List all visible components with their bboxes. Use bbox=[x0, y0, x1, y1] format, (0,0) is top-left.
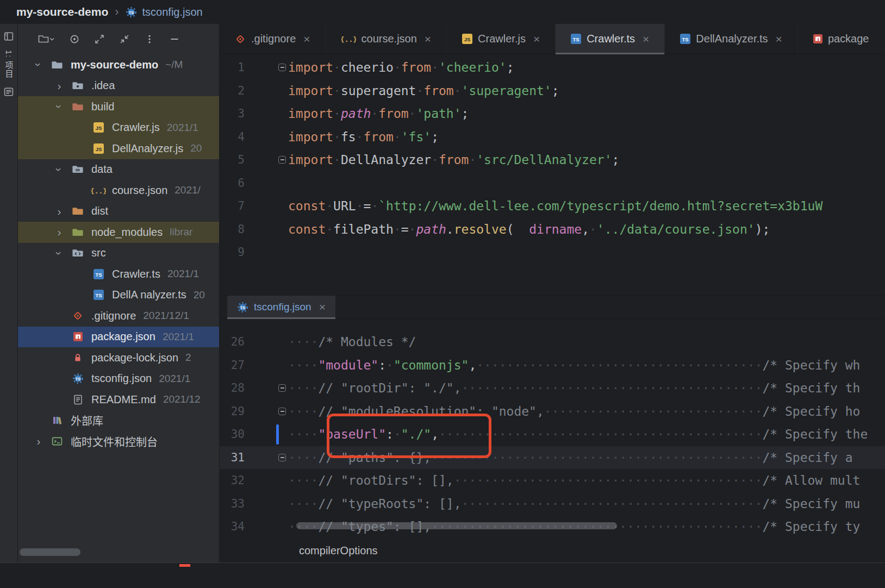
folder-build-icon bbox=[69, 102, 86, 111]
breadcrumb-project[interactable]: my-source-demo bbox=[16, 5, 108, 18]
breadcrumb-file[interactable]: tsconfig.json bbox=[142, 6, 203, 18]
tree-item-label: my-source-demo bbox=[71, 59, 158, 71]
code-line[interactable]: 32····// "rootDirs": [],················… bbox=[220, 469, 885, 492]
code-line[interactable]: 29····// "moduleResolution": "node",····… bbox=[220, 400, 885, 423]
editor-tab-bar: .gitignore × {..} course.json × JS Crawl… bbox=[220, 24, 885, 54]
editor-tab[interactable]: TS tsconfig.json × bbox=[227, 296, 335, 318]
tab-label: .gitignore bbox=[251, 33, 296, 45]
fold-marker-icon[interactable] bbox=[278, 408, 286, 415]
line-number: 33 bbox=[220, 497, 250, 510]
top-editor[interactable]: 1import·cheerio·from·'cheerio';2import·s… bbox=[220, 54, 885, 295]
tree-row[interactable]: JS DellAnalyzer.js 20 bbox=[18, 138, 219, 159]
code-line[interactable]: 27····"module":·"commonjs",·············… bbox=[220, 354, 885, 377]
code-line[interactable]: 2import·superagent·from·'superagent'; bbox=[220, 79, 885, 103]
more-options-icon[interactable] bbox=[144, 34, 155, 45]
fold-marker-icon[interactable] bbox=[278, 64, 286, 71]
code-line[interactable]: 33····// "typeRoots": [],···············… bbox=[220, 492, 885, 516]
code-line[interactable]: 5import·DellAnalyzer·from·'src/DellAnaly… bbox=[220, 148, 885, 172]
tree-row[interactable]: › data bbox=[18, 159, 219, 180]
code-line[interactable]: 6 bbox=[220, 172, 885, 195]
ts-file-icon: TS bbox=[90, 290, 107, 300]
line-number: 7 bbox=[220, 199, 250, 212]
code-text: const·URL·=·`http://www.dell-lee.com/typ… bbox=[288, 199, 885, 213]
chevron-right-icon[interactable]: › bbox=[29, 435, 48, 448]
tree-row[interactable]: TS DellA nalyzer.ts 20 bbox=[18, 285, 219, 306]
editor-horizontal-scrollbar[interactable] bbox=[296, 522, 617, 529]
code-text: ····// "rootDirs": [],··················… bbox=[288, 473, 885, 487]
code-line[interactable]: 9 bbox=[220, 241, 885, 264]
gutter bbox=[250, 492, 288, 516]
code-line[interactable]: 8const·filePath·=·path.resolve(__dirname… bbox=[220, 218, 885, 241]
tree-row[interactable]: › 临时文件和控制台 bbox=[18, 431, 219, 452]
editor-tab[interactable]: {..} course.json × bbox=[326, 24, 447, 54]
line-number: 4 bbox=[220, 130, 250, 143]
tree-row[interactable]: › my-source-demo ~/M bbox=[18, 54, 219, 76]
svg-text:TS: TS bbox=[682, 36, 689, 42]
breadcrumb-item[interactable]: compilerOptions bbox=[299, 545, 378, 557]
code-line[interactable]: 26····/* Modules */ bbox=[220, 330, 885, 354]
collapse-all-icon[interactable] bbox=[119, 34, 130, 45]
close-icon[interactable]: × bbox=[425, 33, 431, 46]
expand-all-icon[interactable] bbox=[94, 34, 105, 45]
scratches-stripe-icon[interactable] bbox=[3, 86, 14, 97]
tree-row[interactable]: JS Crawler.js 2021/1 bbox=[18, 117, 219, 139]
chevron-right-icon[interactable]: › bbox=[49, 205, 69, 218]
tree-row[interactable]: 外部库 bbox=[18, 410, 219, 431]
svg-text:{..}: {..} bbox=[341, 35, 356, 43]
close-icon[interactable]: × bbox=[303, 33, 310, 46]
bottom-editor-code: 26····/* Modules */27····"module":·"comm… bbox=[220, 330, 885, 539]
code-line[interactable]: 3import·path·from·'path'; bbox=[220, 102, 885, 126]
code-line[interactable]: 31····// "paths": {},···················… bbox=[220, 446, 885, 470]
editor-tab[interactable]: TS Crawler.ts × bbox=[556, 24, 665, 54]
editor-tab[interactable]: package.json bbox=[798, 24, 870, 54]
editor-tab[interactable]: .gitignore × bbox=[220, 24, 326, 54]
project-tool-button[interactable]: 1: 项目 bbox=[3, 50, 15, 78]
tree-row[interactable]: TS Crawler.ts 2021/1 bbox=[18, 264, 219, 285]
fold-marker-icon[interactable] bbox=[278, 384, 286, 392]
chevron-right-icon[interactable]: › bbox=[49, 79, 69, 92]
code-line[interactable]: 7const·URL·=·`http://www.dell-lee.com/ty… bbox=[220, 195, 885, 218]
tree-row[interactable]: › .idea bbox=[18, 76, 219, 97]
chevron-right-icon[interactable]: › bbox=[49, 226, 69, 239]
tree-item-timestamp: librar bbox=[170, 226, 192, 238]
tree-row[interactable]: package-lock.json 2 bbox=[18, 347, 219, 368]
close-icon[interactable]: × bbox=[319, 301, 326, 314]
chevron-down-icon[interactable]: › bbox=[53, 160, 66, 179]
tree-item-label: build bbox=[91, 101, 114, 113]
chevron-down-icon[interactable]: › bbox=[32, 55, 45, 74]
fold-marker-icon[interactable] bbox=[278, 156, 286, 164]
tree-row[interactable]: › node_modules librar bbox=[18, 222, 219, 243]
code-line[interactable]: 28····// "rootDir": "./",···············… bbox=[220, 377, 885, 400]
breadcrumbs-bar: compilerOptions bbox=[220, 539, 885, 562]
code-line[interactable]: 30····"baseUrl":·"./",··················… bbox=[220, 423, 885, 446]
project-horizontal-scrollbar[interactable] bbox=[20, 548, 80, 556]
locate-file-icon[interactable] bbox=[69, 34, 80, 45]
tree-item-label: 临时文件和控制台 bbox=[71, 434, 158, 449]
tree-row[interactable]: › src bbox=[18, 243, 219, 264]
tree-row[interactable]: {..} course.json 2021/ bbox=[18, 180, 219, 201]
tree-item-label: .gitignore bbox=[91, 310, 136, 322]
project-view-icon[interactable] bbox=[38, 34, 55, 45]
close-icon[interactable]: × bbox=[533, 33, 540, 46]
fold-marker-icon[interactable] bbox=[278, 454, 286, 461]
project-stripe-icon[interactable] bbox=[3, 31, 14, 42]
code-text: import·cheerio·from·'cheerio'; bbox=[288, 60, 885, 74]
hide-panel-icon[interactable] bbox=[169, 34, 180, 45]
bottom-editor[interactable]: 26····/* Modules */27····"module":·"comm… bbox=[220, 319, 885, 539]
tree-row[interactable]: › build bbox=[18, 96, 219, 117]
tree-row[interactable]: .gitignore 2021/12/1 bbox=[18, 305, 219, 327]
tree-row[interactable]: README.md 2021/12 bbox=[18, 389, 219, 410]
tree-row[interactable]: TS tsconfig.json 2021/1 bbox=[18, 368, 219, 390]
close-icon[interactable]: × bbox=[776, 33, 782, 46]
chevron-down-icon[interactable]: › bbox=[53, 97, 66, 116]
chevron-down-icon[interactable]: › bbox=[53, 243, 66, 263]
code-line[interactable]: 4import·fs·from·'fs'; bbox=[220, 126, 885, 149]
code-line[interactable]: 1import·cheerio·from·'cheerio'; bbox=[220, 56, 885, 79]
close-icon[interactable]: × bbox=[643, 33, 649, 46]
editor-tab[interactable]: TS DellAnalyzer.ts × bbox=[665, 24, 798, 54]
tree-row[interactable]: › dist bbox=[18, 201, 219, 222]
scratches-icon bbox=[48, 436, 66, 446]
tree-row[interactable]: package.json 2021/1 bbox=[18, 327, 219, 348]
tab-label: Crawler.ts bbox=[587, 33, 635, 45]
editor-tab[interactable]: JS Crawler.js × bbox=[447, 24, 556, 54]
